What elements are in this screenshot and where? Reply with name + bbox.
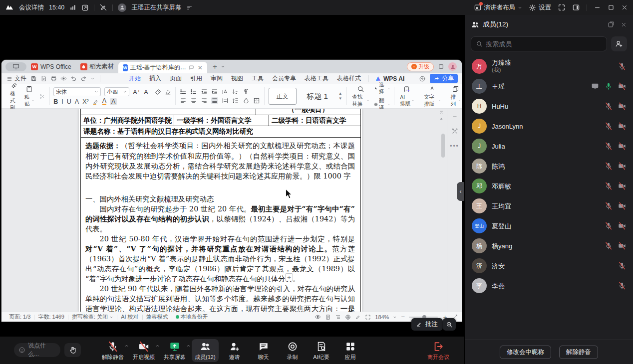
italic-button[interactable]: I: [61, 98, 63, 105]
border-icon[interactable]: [253, 97, 260, 104]
find-replace-button[interactable]: 查找替换: [350, 85, 371, 108]
shading-icon[interactable]: [243, 97, 250, 104]
ai-notes-button[interactable]: AI纪要: [309, 339, 334, 362]
wps-restore-icon[interactable]: [438, 63, 444, 70]
record-button[interactable]: 录制: [280, 339, 306, 362]
tab-close-icon[interactable]: ✕: [198, 64, 203, 71]
char-shading-button[interactable]: A: [110, 98, 117, 105]
maximize-button[interactable]: [608, 4, 615, 11]
paste-button[interactable]: 粘贴: [23, 85, 36, 108]
raise-hand-button[interactable]: [64, 343, 81, 357]
zoom-out-button[interactable]: −: [401, 313, 405, 321]
edit-nickname-button[interactable]: 修改会中昵称: [500, 346, 551, 359]
member-row[interactable]: 登山夏登山: [465, 216, 633, 236]
redo-icon[interactable]: [80, 75, 87, 82]
member-row[interactable]: JJulia: [465, 136, 633, 156]
page-view-icon[interactable]: [325, 314, 331, 320]
font-name-select[interactable]: 宋体: [53, 87, 101, 96]
annotation-disabled-icon[interactable]: [99, 3, 107, 11]
ai-layout-button[interactable]: AI 排版: [398, 86, 415, 107]
document-area[interactable]: （一般项目） 单位：广州商学院外国语学院一级学科：外国语言文学二级学科：日语语言…: [1, 109, 462, 312]
increase-indent-icon[interactable]: [211, 88, 218, 95]
add-member-button[interactable]: [611, 36, 627, 51]
arrange-button[interactable]: 排列: [449, 85, 462, 108]
wps-menu-表格样式[interactable]: 表格样式: [336, 73, 361, 84]
start-video-button[interactable]: 开启视频: [130, 339, 158, 362]
export-pdf-icon[interactable]: [40, 75, 47, 82]
format-painter-button[interactable]: 格式刷: [8, 82, 20, 111]
minimize-button[interactable]: [594, 4, 601, 11]
wps-menu-开始[interactable]: 开始: [128, 73, 141, 84]
magnifier-button[interactable]: [443, 318, 456, 331]
close-button[interactable]: [621, 4, 628, 11]
wps-menu-工具[interactable]: 工具: [251, 73, 264, 84]
member-row[interactable]: 陈陈鸿: [465, 156, 633, 176]
member-row[interactable]: 王王瑶: [465, 76, 633, 96]
member-row[interactable]: HHuHu: [465, 96, 633, 116]
unmute-caret-icon[interactable]: [124, 344, 129, 348]
align-right-icon[interactable]: [201, 97, 208, 104]
member-row[interactable]: 王王均宜: [465, 196, 633, 216]
more-chevron-icon[interactable]: [90, 76, 95, 81]
member-search-box[interactable]: [471, 36, 607, 51]
preview-icon[interactable]: [60, 75, 67, 82]
docer-tab[interactable]: 稻壳素材: [76, 60, 118, 73]
member-row[interactable]: 李李燕: [465, 276, 633, 296]
member-row[interactable]: 万万臻臻(我): [465, 56, 633, 76]
status-item[interactable]: 页面: 1/3: [5, 313, 34, 321]
fullscreen-icon[interactable]: [558, 3, 566, 11]
wps-menu-页面[interactable]: 页面: [169, 73, 182, 84]
eye-icon[interactable]: [315, 314, 321, 320]
highlight-button[interactable]: [92, 99, 99, 105]
wps-office-tab[interactable]: W WPS Office: [26, 60, 76, 73]
upgrade-button[interactable]: ↑升级: [407, 62, 434, 71]
wps-menu-表格工具[interactable]: 表格工具: [304, 73, 329, 84]
member-search-input[interactable]: [486, 40, 602, 48]
undo-icon[interactable]: [70, 75, 77, 82]
close-panel-icon[interactable]: [621, 21, 627, 28]
start-video-caret-icon[interactable]: [155, 344, 160, 348]
share-screen-button[interactable]: 共享屏幕: [161, 339, 189, 362]
style-heading1-button[interactable]: 标题 1: [300, 88, 335, 105]
status-item[interactable]: 拼写检查: 关闭: [68, 313, 117, 321]
strikethrough-button[interactable]: A: [75, 98, 79, 105]
style-body-button[interactable]: 正文: [269, 88, 297, 105]
save-icon[interactable]: [30, 75, 37, 82]
status-item[interactable]: 兼容模式: [143, 313, 172, 321]
outline-view-icon[interactable]: [335, 314, 341, 320]
pop-out-icon[interactable]: [608, 21, 615, 28]
decrease-indent-icon[interactable]: [201, 88, 208, 95]
text-direction-icon[interactable]: [222, 88, 229, 95]
wps-menu-会员专享[interactable]: 会员专享: [272, 73, 297, 84]
fit-page-icon[interactable]: [365, 314, 371, 320]
collapse-rail-icon[interactable]: [452, 114, 458, 120]
sort-icon[interactable]: [232, 88, 239, 95]
document-tab[interactable]: W 王瑶-基于语料库的汉日存在构 ✕: [118, 62, 207, 73]
new-tab-button[interactable]: ＋: [211, 62, 219, 71]
web-view-icon[interactable]: [345, 314, 351, 320]
align-left-icon[interactable]: [180, 97, 187, 104]
tab-comment-icon[interactable]: [189, 65, 194, 70]
wps-menu-审阅[interactable]: 审阅: [210, 73, 223, 84]
font-size-select[interactable]: 小四: [104, 87, 129, 96]
text-layout-button[interactable]: 文字排版: [422, 85, 442, 108]
text-effects-button[interactable]: [155, 89, 161, 95]
show-marks-icon[interactable]: [243, 88, 250, 95]
share-list-icon[interactable]: [186, 4, 193, 11]
member-row[interactable]: 济济安: [465, 256, 633, 276]
insert-plus-button[interactable]: ＋: [285, 273, 293, 281]
settings-button[interactable]: 设置: [529, 3, 551, 12]
members-button[interactable]: 成员(12): [192, 339, 219, 362]
tab-list-chevron-icon[interactable]: [221, 64, 225, 69]
numbered-list-icon[interactable]: [190, 88, 197, 95]
scroll-top-controls[interactable]: [439, 110, 444, 121]
line-spacing-icon[interactable]: [232, 97, 239, 104]
bullet-list-icon[interactable]: [180, 88, 187, 95]
zoom-slider[interactable]: [409, 317, 438, 318]
cloud-upload-icon[interactable]: [419, 75, 426, 82]
underline-button[interactable]: U: [67, 98, 71, 105]
wps-menu-插入[interactable]: 插入: [149, 73, 162, 84]
decrease-font-button[interactable]: A⁻: [144, 88, 151, 96]
clear-format-button[interactable]: [165, 89, 171, 95]
member-row[interactable]: JJasonLynn: [465, 116, 633, 136]
